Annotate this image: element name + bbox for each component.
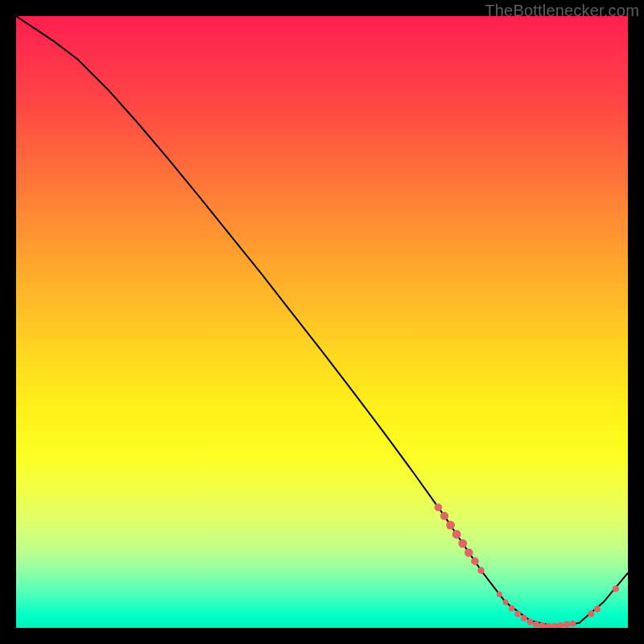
marker-dot bbox=[551, 623, 558, 628]
plot-svg bbox=[16, 16, 628, 628]
marker-dot bbox=[613, 585, 619, 592]
marker-dot bbox=[564, 621, 570, 627]
marker-dot bbox=[458, 539, 467, 548]
marker-dot bbox=[452, 530, 461, 539]
marker-dot bbox=[514, 611, 521, 617]
marker-dot bbox=[557, 622, 564, 628]
marker-dot bbox=[570, 621, 576, 627]
curve-line bbox=[16, 16, 628, 626]
marker-dot bbox=[440, 512, 448, 520]
marker-dot bbox=[502, 600, 508, 605]
marker-dot bbox=[533, 621, 539, 627]
marker-dot bbox=[509, 605, 515, 612]
marker-dot bbox=[446, 521, 455, 530]
marker-dot bbox=[521, 615, 527, 621]
plot-area bbox=[16, 16, 628, 628]
marker-dot bbox=[594, 605, 601, 612]
marker-dot bbox=[588, 611, 594, 617]
marker-dot bbox=[435, 503, 443, 511]
marker-dot bbox=[497, 592, 502, 597]
marker-dot bbox=[477, 567, 485, 574]
curve-markers bbox=[435, 503, 619, 628]
marker-dot bbox=[464, 548, 473, 557]
curve-path bbox=[16, 16, 628, 626]
marker-dot bbox=[526, 618, 533, 625]
chart-container: TheBottlenecker.com bbox=[0, 0, 644, 644]
marker-dot bbox=[471, 557, 479, 565]
